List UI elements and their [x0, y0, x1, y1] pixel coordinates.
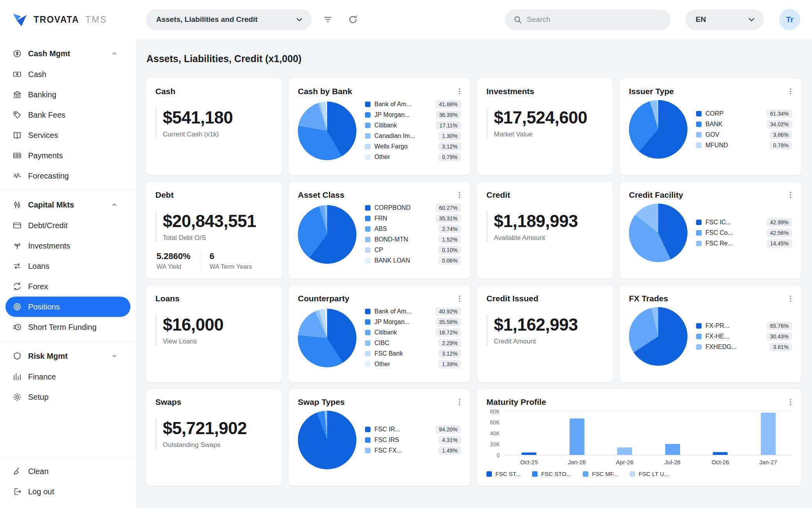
legend-row: MFUND 0.78%	[696, 141, 792, 150]
card-title: Credit	[486, 190, 604, 200]
sidebar-item-short-term-funding[interactable]: Short Term Funding	[0, 317, 136, 337]
pie-chart[interactable]	[629, 204, 687, 262]
section-label: Capital Mkts	[28, 200, 74, 209]
x-axis-label: Apr-26	[601, 459, 649, 465]
x-axis-label: Oct-25	[505, 459, 553, 465]
sidebar-item-clean[interactable]: Clean	[0, 461, 136, 481]
sidebar-section-risk-mgmt[interactable]: Risk Mgmt	[0, 345, 136, 367]
kebab-menu-button[interactable]	[784, 292, 798, 306]
maturity-bar[interactable]	[553, 411, 601, 455]
legend-row: Citibank 17.11%	[365, 121, 461, 130]
sidebar-item-debt-credit[interactable]: Debt/Credit	[0, 215, 136, 236]
legend-row: JP Morgan... 35.56%	[365, 318, 461, 326]
legend-swatch	[365, 448, 370, 453]
sidebar-section-capital-mkts[interactable]: Capital Mkts	[0, 194, 136, 215]
sidebar-item-label: Debt/Credit	[28, 221, 68, 230]
legend-row: CORPBOND 60.27%	[365, 204, 461, 212]
legend-swatch	[696, 220, 702, 225]
sidebar-item-setup[interactable]: Setup	[0, 387, 136, 407]
metric-subtitle: Credit Amount	[494, 338, 604, 345]
kebab-menu-button[interactable]	[452, 84, 467, 98]
card-credit: Credit $1,189,993 Available Amount	[477, 181, 613, 279]
view-selector-dropdown[interactable]: Assets, Liabilities and Credit	[146, 9, 312, 30]
topbar: TROVATA TMS Assets, Liabilities and Cred…	[0, 0, 812, 39]
sidebar-item-positions[interactable]: Positions	[5, 297, 130, 317]
legend-value-badge: 16.72%	[436, 328, 461, 337]
legend-swatch	[365, 437, 370, 443]
pie-chart[interactable]	[298, 309, 356, 367]
legend-row: CORP 61.34%	[696, 109, 792, 118]
sidebar-item-payments[interactable]: Payments	[0, 145, 136, 166]
card-asset-class: Asset Class CORPBOND 60.27%	[288, 181, 471, 279]
sidebar-item-forex[interactable]: Forex	[0, 276, 136, 297]
pie-chart[interactable]	[629, 307, 687, 366]
legend-swatch	[630, 471, 635, 477]
pie-chart[interactable]	[298, 205, 356, 264]
pie-chart[interactable]	[298, 411, 356, 469]
sidebar-item-services[interactable]: Services	[0, 125, 136, 145]
maturity-bar[interactable]	[744, 411, 792, 455]
legend-row: Citibank 16.72%	[365, 328, 461, 337]
maturity-bar[interactable]	[601, 411, 649, 455]
kebab-menu-button[interactable]	[452, 188, 467, 202]
tag-icon	[12, 110, 22, 120]
sidebar-item-banking[interactable]: Banking	[0, 84, 136, 105]
sidebar-item-label: Positions	[28, 302, 60, 311]
legend-value-badge: 0.10%	[438, 246, 461, 254]
metric-value: $1,162,993	[494, 315, 604, 334]
kebab-menu-button[interactable]	[784, 84, 798, 98]
kebab-menu-button[interactable]	[784, 395, 798, 409]
legend-label: BANK LOAN	[374, 257, 434, 264]
legend-label: CORPBOND	[374, 204, 432, 211]
sidebar-item-cash[interactable]: Cash	[0, 64, 136, 84]
kebab-menu-button[interactable]	[784, 188, 798, 202]
sidebar-item-forecasting[interactable]: Forecasting	[0, 166, 136, 186]
sidebar: Cash Mgmt Cash Banking Bank Fees Service…	[0, 39, 136, 508]
sidebar-footer: Clean Log out	[0, 453, 136, 508]
legend-swatch	[532, 471, 538, 477]
filter-button[interactable]	[319, 11, 337, 28]
filter-icon	[323, 14, 333, 25]
bullseye-icon	[12, 302, 22, 311]
broom-icon	[12, 467, 22, 476]
legend-label: Other	[374, 361, 434, 368]
sidebar-nav: Cash Mgmt Cash Banking Bank Fees Service…	[0, 43, 136, 453]
legend-value-badge: 14.45%	[767, 239, 792, 248]
sidebar-item-log-out[interactable]: Log out	[0, 481, 136, 502]
legend-label: CORP	[705, 110, 763, 117]
user-avatar[interactable]: Tr	[779, 9, 800, 30]
forecast-wave-icon	[12, 171, 22, 181]
stat-value: 5.2860%	[157, 251, 191, 261]
view-loans-link[interactable]: View Loans	[163, 338, 272, 345]
pie-chart[interactable]	[629, 100, 687, 159]
sidebar-item-investments[interactable]: Investments	[0, 236, 136, 256]
kebab-menu-button[interactable]	[452, 395, 467, 409]
metric-subtitle: Available Amount	[494, 234, 604, 242]
banknote-icon	[12, 70, 22, 79]
sidebar-item-bank-fees[interactable]: Bank Fees	[0, 105, 136, 125]
clock-speed-icon	[12, 322, 22, 332]
y-axis-label: 80K	[490, 408, 500, 415]
pie-chart[interactable]	[298, 102, 356, 160]
legend-value-badge: 1.39%	[438, 360, 461, 368]
search-input[interactable]	[527, 15, 663, 24]
sidebar-item-loans[interactable]: Loans	[0, 256, 136, 276]
legend-value-badge: 61.34%	[767, 109, 792, 118]
legend-row: ABS 2.74%	[365, 225, 461, 233]
legend-label: FSC MF...	[592, 470, 618, 477]
maturity-bar[interactable]	[505, 411, 553, 455]
maturity-bar[interactable]	[649, 411, 697, 455]
maturity-bar[interactable]	[696, 411, 744, 455]
language-dropdown[interactable]: EN	[686, 9, 764, 30]
legend-label: Bank of Am...	[374, 308, 432, 315]
sidebar-section-cash-mgmt[interactable]: Cash Mgmt	[0, 43, 136, 64]
pie-card-body: FX-PR... 65.76% FX-HE... 30.43%	[629, 307, 792, 366]
kebab-menu-button[interactable]	[452, 292, 467, 306]
legend-row: BOND-MTN 1.52%	[365, 235, 461, 244]
legend-label: FSC Bank	[374, 350, 434, 357]
legend-row: FSC IC... 42.99%	[696, 218, 792, 227]
legend-row: Other 0.79%	[365, 153, 461, 161]
legend-label: CP	[374, 247, 434, 254]
sidebar-item-finance[interactable]: Finance	[0, 367, 136, 387]
refresh-button[interactable]	[344, 11, 361, 28]
